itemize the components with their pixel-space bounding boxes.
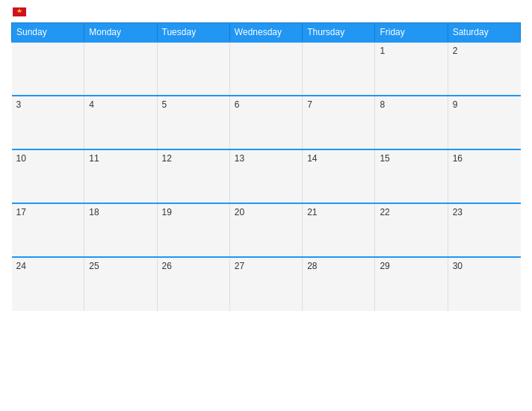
day-cell: 21 [303,203,375,257]
day-number: 27 [235,261,244,271]
day-number: 26 [162,261,172,271]
calendar-page: SundayMondayTuesdayWednesdayThursdayFrid… [0,0,532,411]
day-number: 9 [453,99,458,110]
day-number: 24 [16,261,26,271]
day-cell: 20 [229,203,302,257]
day-number: 16 [453,153,463,164]
day-number: 18 [89,207,99,217]
day-number: 10 [16,153,26,164]
day-number: 6 [235,99,240,110]
day-number: 2 [453,46,458,56]
empty-day-cell [84,42,157,96]
calendar-week-row: 17181920212223 [12,203,521,257]
day-cell: 23 [448,203,520,257]
weekday-header-sunday: Sunday [12,23,84,43]
day-number: 20 [235,207,244,217]
day-cell: 28 [303,257,375,311]
day-number: 22 [380,207,389,217]
day-cell: 3 [12,96,84,149]
day-number: 21 [307,207,317,217]
day-cell: 17 [12,203,84,257]
day-cell: 27 [229,257,302,311]
weekday-header-friday: Friday [375,23,448,43]
day-number: 12 [162,153,172,164]
day-number: 28 [307,261,317,271]
weekday-header-thursday: Thursday [303,23,375,43]
day-cell: 22 [375,203,448,257]
empty-day-cell [303,42,375,96]
day-cell: 18 [84,203,157,257]
day-cell: 4 [84,96,157,149]
logo [11,7,26,16]
day-cell: 5 [157,96,229,149]
day-number: 5 [162,99,167,110]
day-cell: 15 [375,149,448,203]
day-cell: 30 [448,257,520,311]
day-number: 25 [89,261,99,271]
day-cell: 19 [157,203,229,257]
day-cell: 29 [375,257,448,311]
day-number: 7 [307,99,312,110]
empty-day-cell [12,42,84,96]
day-number: 4 [89,99,94,110]
day-cell: 9 [448,96,520,149]
day-number: 11 [89,153,99,164]
day-cell: 10 [12,149,84,203]
day-cell: 8 [375,96,448,149]
day-cell: 12 [157,149,229,203]
calendar-week-row: 3456789 [12,96,521,149]
day-number: 15 [380,153,389,164]
empty-day-cell [229,42,302,96]
day-cell: 25 [84,257,157,311]
day-number: 30 [453,261,463,271]
weekday-header-monday: Monday [84,23,157,43]
weekday-header-saturday: Saturday [448,23,520,43]
calendar-week-row: 12 [12,42,521,96]
logo-flag-icon [13,7,26,16]
day-number: 14 [307,153,317,164]
day-number: 13 [235,153,244,164]
day-number: 17 [16,207,26,217]
day-cell: 11 [84,149,157,203]
day-number: 23 [453,207,463,217]
day-cell: 16 [448,149,520,203]
weekday-header-tuesday: Tuesday [157,23,229,43]
day-cell: 7 [303,96,375,149]
calendar-week-row: 24252627282930 [12,257,521,311]
day-number: 1 [380,46,385,56]
day-number: 3 [16,99,22,110]
calendar-week-row: 10111213141516 [12,149,521,203]
day-cell: 6 [229,96,302,149]
empty-day-cell [157,42,229,96]
day-number: 29 [380,261,389,271]
day-number: 8 [380,99,385,110]
day-number: 19 [162,207,172,217]
day-cell: 2 [448,42,520,96]
day-cell: 26 [157,257,229,311]
day-cell: 24 [12,257,84,311]
weekday-header-wednesday: Wednesday [229,23,302,43]
day-cell: 13 [229,149,302,203]
weekday-header-row: SundayMondayTuesdayWednesdayThursdayFrid… [12,23,521,43]
calendar-table: SundayMondayTuesdayWednesdayThursdayFrid… [11,22,521,311]
day-cell: 14 [303,149,375,203]
header [11,7,521,16]
day-cell: 1 [375,42,448,96]
